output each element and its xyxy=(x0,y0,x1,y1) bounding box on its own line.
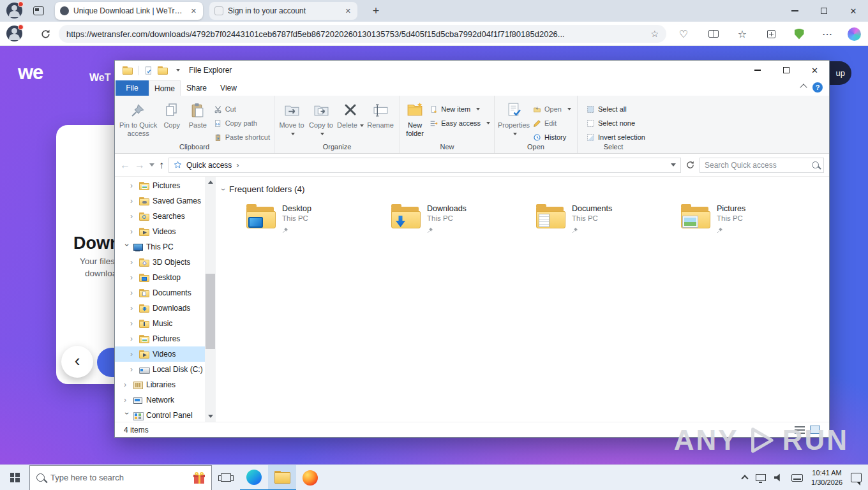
tree-item[interactable]: › 3D Objects xyxy=(115,255,205,270)
menu-tab-file[interactable]: File xyxy=(116,80,149,96)
tree-expand-chevron-icon[interactable]: › xyxy=(130,181,137,190)
forward-nav-icon[interactable]: → xyxy=(135,160,145,170)
history-button[interactable]: History xyxy=(530,130,574,144)
back-button[interactable]: ‹ xyxy=(61,346,93,378)
tree-item[interactable]: › Saved Games xyxy=(115,193,205,209)
tree-expand-chevron-icon[interactable]: › xyxy=(130,304,137,313)
delete-button[interactable]: Delete xyxy=(336,98,365,130)
invert-selection-button[interactable]: Invert selection xyxy=(584,130,648,144)
tree-item[interactable]: › Videos xyxy=(115,224,205,239)
window-maximize-button[interactable] xyxy=(809,0,839,22)
section-collapse-chevron-icon[interactable]: › xyxy=(219,188,228,191)
new-folder-button[interactable]: New folder xyxy=(403,98,427,138)
explorer-search-input[interactable] xyxy=(705,161,812,170)
scrollbar-down-icon[interactable] xyxy=(205,411,216,422)
network-icon[interactable] xyxy=(756,474,766,481)
tab-close-icon[interactable]: ✕ xyxy=(344,7,352,15)
explorer-minimize-button[interactable] xyxy=(743,61,772,80)
tree-expand-chevron-icon[interactable]: › xyxy=(124,380,130,389)
tree-expand-chevron-icon[interactable]: › xyxy=(130,365,137,374)
refresh-button[interactable] xyxy=(38,27,52,41)
taskbar-file-explorer-button[interactable] xyxy=(268,465,296,490)
paste-shortcut-button[interactable]: Paste shortcut xyxy=(211,130,273,144)
browser-tab[interactable]: Sign in to your account ✕ xyxy=(209,2,357,20)
explorer-close-button[interactable]: ✕ xyxy=(800,61,829,80)
rename-button[interactable]: Rename xyxy=(365,98,396,130)
tree-item[interactable]: › Videos xyxy=(115,346,205,362)
copilot-icon[interactable] xyxy=(845,26,863,42)
tree-item[interactable]: › Libraries xyxy=(115,377,205,392)
easy-access-button[interactable]: Easy access xyxy=(427,116,493,130)
edit-button[interactable]: Edit xyxy=(530,116,574,130)
taskbar-search-box[interactable] xyxy=(29,465,212,490)
window-close-button[interactable]: ✕ xyxy=(839,0,868,22)
copy-path-button[interactable]: Copy path xyxy=(211,116,273,130)
taskbar-clock[interactable]: 10:41 AM 1/30/2026 xyxy=(811,468,842,487)
breadcrumb[interactable]: Quick access › xyxy=(168,158,681,173)
browser-tab[interactable]: Unique Download Link | WeTransf ✕ xyxy=(55,2,203,20)
search-highlight-gift-icon[interactable] xyxy=(193,472,205,484)
new-item-button[interactable]: New item xyxy=(427,102,493,116)
help-icon[interactable]: ? xyxy=(812,82,823,93)
scrollbar-thumb[interactable] xyxy=(206,274,215,349)
tree-item[interactable]: › Downloads xyxy=(115,301,205,316)
action-center-icon[interactable] xyxy=(851,473,862,482)
scrollbar-up-icon[interactable] xyxy=(205,177,216,188)
tree-item[interactable]: › Pictures xyxy=(115,178,205,193)
taskbar-search-input[interactable] xyxy=(50,473,188,482)
tree-expand-chevron-icon[interactable]: › xyxy=(130,319,137,328)
more-menu-icon[interactable]: ⋯ xyxy=(818,26,836,42)
tree-expand-chevron-icon[interactable]: › xyxy=(130,350,137,359)
customize-toolbar-caret-icon[interactable] xyxy=(176,69,180,71)
tree-item[interactable]: › Music xyxy=(115,316,205,331)
explorer-titlebar[interactable]: File Explorer ✕ xyxy=(115,61,829,80)
new-folder-quick-icon[interactable] xyxy=(158,66,168,75)
frequent-folder-tile[interactable]: Downloads This PC xyxy=(391,204,528,236)
frequent-folder-tile[interactable]: Documents This PC xyxy=(536,204,673,236)
paste-button[interactable]: Paste xyxy=(184,98,211,130)
move-to-button[interactable]: Move to xyxy=(277,98,306,138)
tree-expand-chevron-icon[interactable]: › xyxy=(130,258,137,267)
tree-scrollbar[interactable] xyxy=(205,177,216,422)
cut-button[interactable]: Cut xyxy=(211,102,273,116)
split-screen-icon[interactable] xyxy=(705,26,722,42)
tree-expand-chevron-icon[interactable]: › xyxy=(130,273,137,282)
browser-essentials-icon[interactable]: ♡ xyxy=(675,26,692,42)
copy-button[interactable]: Copy xyxy=(159,98,184,130)
explorer-search-box[interactable] xyxy=(700,158,824,173)
tree-expand-chevron-icon[interactable]: › xyxy=(130,197,137,205)
select-none-button[interactable]: Select none xyxy=(584,116,648,130)
tree-expand-chevron-icon[interactable]: › xyxy=(130,227,137,236)
properties-quick-icon[interactable] xyxy=(144,66,153,75)
tree-expand-chevron-icon[interactable]: › xyxy=(123,244,131,250)
copy-to-button[interactable]: Copy to xyxy=(306,98,336,138)
tree-item[interactable]: › Control Panel xyxy=(115,408,205,422)
new-tab-button[interactable]: + xyxy=(369,4,383,18)
menu-tab-share[interactable]: Share xyxy=(181,80,213,96)
adblock-shield-icon[interactable] xyxy=(790,26,808,42)
tree-item[interactable]: › Documents xyxy=(115,285,205,301)
properties-button[interactable]: Properties xyxy=(497,98,530,138)
frequent-folder-tile[interactable]: Pictures This PC xyxy=(681,204,818,236)
taskbar-edge-button[interactable] xyxy=(240,465,268,490)
breadcrumb-root[interactable]: Quick access xyxy=(186,161,232,170)
frequent-folders-header[interactable]: › Frequent folders (4) xyxy=(222,184,829,194)
tree-expand-chevron-icon[interactable]: › xyxy=(124,396,130,405)
open-button[interactable]: Open xyxy=(530,102,574,116)
menu-tab-view[interactable]: View xyxy=(213,80,244,96)
tree-expand-chevron-icon[interactable]: › xyxy=(123,412,131,419)
volume-icon[interactable] xyxy=(774,473,783,482)
tree-item[interactable]: › Local Disk (C:) xyxy=(115,362,205,377)
refresh-address-icon[interactable] xyxy=(685,160,695,170)
profile-avatar-icon[interactable] xyxy=(6,26,22,41)
start-button[interactable] xyxy=(0,465,29,490)
taskbar-firefox-button[interactable] xyxy=(296,465,324,490)
frequent-folder-tile[interactable]: Desktop This PC xyxy=(246,204,383,236)
extensions-icon[interactable] xyxy=(762,26,780,42)
tree-expand-chevron-icon[interactable]: › xyxy=(130,334,137,343)
tree-item[interactable]: › Desktop xyxy=(115,270,205,285)
tab-close-icon[interactable]: ✕ xyxy=(190,7,198,15)
back-nav-icon[interactable]: ← xyxy=(120,160,130,170)
address-bar[interactable]: https://wetransfer.com/downloads/4792b7f… xyxy=(59,25,666,43)
task-view-button[interactable] xyxy=(212,465,240,490)
